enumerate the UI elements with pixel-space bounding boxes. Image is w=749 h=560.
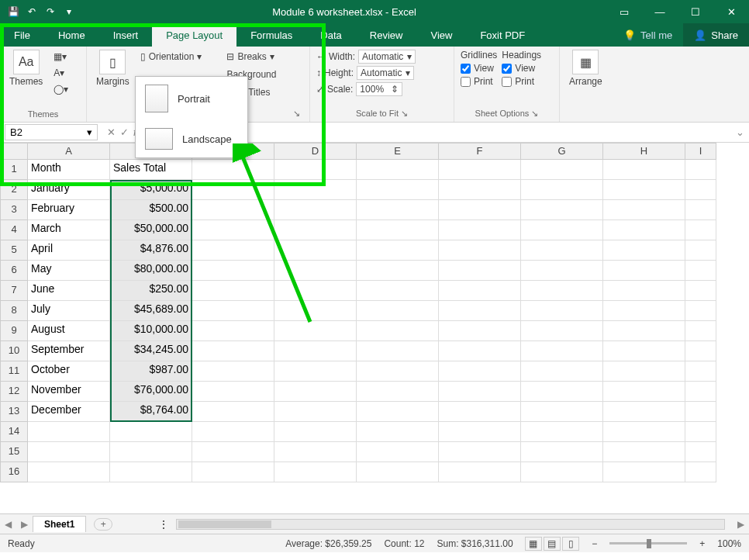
cell[interactable]	[603, 442, 685, 462]
cell[interactable]	[603, 321, 685, 341]
cell[interactable]	[357, 341, 439, 361]
cell[interactable]	[439, 422, 521, 442]
cell[interactable]	[28, 462, 110, 482]
cell[interactable]	[603, 160, 685, 180]
cell[interactable]	[357, 301, 439, 321]
cell[interactable]	[192, 301, 274, 321]
cell[interactable]: Sales Total	[110, 160, 192, 180]
row-header[interactable]: 1	[0, 160, 28, 180]
cell[interactable]: March	[28, 220, 110, 240]
row-header[interactable]: 11	[0, 361, 28, 382]
cell[interactable]	[685, 301, 716, 321]
cell[interactable]	[274, 361, 357, 382]
tab-foxit-pdf[interactable]: Foxit PDF	[466, 23, 539, 47]
page-break-view-button[interactable]: ▯	[562, 537, 579, 551]
col-header-D[interactable]: D	[274, 143, 357, 160]
cell[interactable]	[439, 160, 521, 180]
cell[interactable]	[439, 240, 521, 261]
cell[interactable]	[274, 341, 357, 361]
enter-icon[interactable]: ✓	[120, 126, 129, 138]
height-select[interactable]: Automatic▾	[357, 66, 414, 80]
cell[interactable]	[357, 321, 439, 341]
cell[interactable]	[439, 301, 521, 321]
gridlines-print-checkbox[interactable]: Print	[461, 76, 497, 87]
cell[interactable]	[192, 382, 274, 402]
tab-home[interactable]: Home	[44, 23, 99, 47]
cell[interactable]: January	[28, 180, 110, 200]
cell[interactable]: August	[28, 321, 110, 341]
ribbon-display-options-icon[interactable]: ▭	[606, 6, 642, 18]
sheet-nav-next[interactable]: ▶	[16, 519, 33, 530]
row-header[interactable]: 14	[0, 422, 28, 442]
new-sheet-button[interactable]: +	[94, 518, 112, 531]
cell[interactable]	[357, 442, 439, 462]
arrange-button[interactable]: ▦ Arrange	[566, 50, 606, 87]
zoom-level[interactable]: 100%	[717, 538, 741, 549]
qat-customize-icon[interactable]: ▾	[62, 5, 76, 19]
cell[interactable]	[521, 321, 603, 341]
tab-view[interactable]: View	[416, 23, 466, 47]
cell[interactable]	[439, 281, 521, 301]
cell[interactable]	[439, 220, 521, 240]
tab-formulas[interactable]: Formulas	[236, 23, 306, 47]
row-header[interactable]: 7	[0, 281, 28, 301]
expand-formula-bar[interactable]: ⌄	[730, 126, 749, 138]
cell[interactable]	[274, 462, 357, 482]
cell[interactable]	[274, 402, 357, 422]
headings-view-checkbox[interactable]: View	[502, 63, 541, 74]
cell[interactable]	[685, 261, 716, 281]
cell[interactable]	[192, 220, 274, 240]
share-button[interactable]: 👤 Share	[683, 23, 749, 47]
row-header[interactable]: 5	[0, 240, 28, 261]
sheet-tab[interactable]: Sheet1	[33, 516, 86, 532]
cell[interactable]	[357, 422, 439, 442]
cell[interactable]	[521, 200, 603, 220]
cell[interactable]	[521, 361, 603, 382]
row-header[interactable]: 8	[0, 301, 28, 321]
tab-split-handle[interactable]: ⋮	[159, 519, 168, 530]
cell[interactable]	[192, 281, 274, 301]
cell[interactable]: $500.00	[110, 200, 192, 220]
cell[interactable]	[274, 321, 357, 341]
cell[interactable]	[603, 200, 685, 220]
cell[interactable]	[521, 261, 603, 281]
cell[interactable]	[357, 402, 439, 422]
page-setup-dialog-launcher[interactable]: ↘	[293, 109, 300, 118]
cell[interactable]	[274, 240, 357, 261]
cell[interactable]: $5,000.00	[110, 180, 192, 200]
cell[interactable]	[521, 422, 603, 442]
cell[interactable]	[28, 442, 110, 462]
row-header[interactable]: 2	[0, 180, 28, 200]
cell[interactable]	[521, 301, 603, 321]
sheet-nav-prev[interactable]: ◀	[0, 519, 16, 530]
cell[interactable]	[357, 200, 439, 220]
cell[interactable]	[357, 180, 439, 200]
cell[interactable]	[685, 402, 716, 422]
cell[interactable]	[274, 442, 357, 462]
cell[interactable]	[439, 261, 521, 281]
maximize-icon[interactable]: ☐	[678, 6, 713, 18]
cell[interactable]	[603, 402, 685, 422]
cell[interactable]: June	[28, 281, 110, 301]
cell[interactable]	[192, 321, 274, 341]
cell[interactable]	[521, 281, 603, 301]
cell[interactable]	[685, 160, 716, 180]
cell[interactable]	[192, 462, 274, 482]
cell[interactable]	[192, 180, 274, 200]
cell[interactable]	[685, 462, 716, 482]
cell[interactable]: May	[28, 261, 110, 281]
cell[interactable]	[685, 240, 716, 261]
cell[interactable]	[274, 261, 357, 281]
cell[interactable]: $987.00	[110, 361, 192, 382]
colors-button[interactable]: ▦▾	[50, 50, 71, 64]
cell[interactable]	[521, 240, 603, 261]
cell[interactable]	[603, 301, 685, 321]
cell[interactable]	[685, 180, 716, 200]
cell[interactable]	[603, 180, 685, 200]
cell[interactable]	[603, 281, 685, 301]
cell[interactable]: $250.00	[110, 281, 192, 301]
orientation-landscape[interactable]: Landscape	[136, 120, 247, 157]
breaks-button[interactable]: ⊟ Breaks ▾	[223, 50, 279, 64]
horizontal-scrollbar[interactable]	[176, 519, 725, 530]
row-header[interactable]: 10	[0, 341, 28, 361]
